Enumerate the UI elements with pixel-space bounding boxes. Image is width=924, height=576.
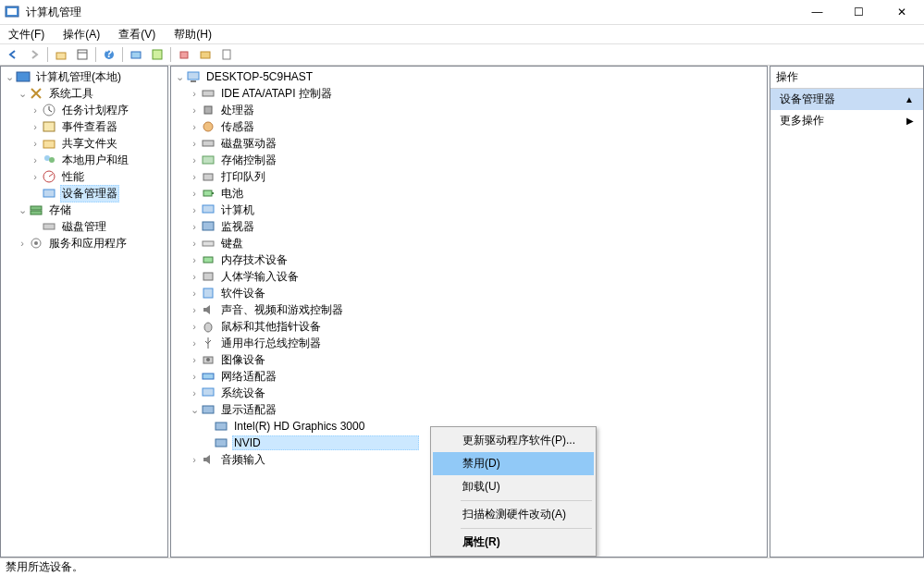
device-host[interactable]: ⌄DESKTOP-5C9HAST (171, 68, 767, 85)
expand-icon[interactable]: › (16, 237, 29, 250)
expand-icon[interactable]: › (188, 337, 201, 349)
tree-device-manager[interactable]: 设备管理器 (1, 185, 167, 202)
device-sound[interactable]: ›声音、视频和游戏控制器 (171, 301, 767, 318)
expand-icon[interactable]: › (29, 153, 42, 166)
device-usb[interactable]: ›通用串行总线控制器 (171, 335, 767, 351)
tree-shared-folders[interactable]: ›共享文件夹 (1, 135, 167, 152)
device-keyboards[interactable]: ›键盘 (171, 235, 767, 251)
uninstall-icon[interactable] (174, 45, 194, 64)
expand-icon[interactable]: › (188, 320, 201, 333)
ctx-uninstall[interactable]: 卸载(U) (433, 475, 594, 498)
expand-icon[interactable]: › (188, 386, 201, 399)
collapse-icon[interactable]: ⌄ (173, 70, 186, 83)
expand-icon[interactable]: › (188, 353, 201, 366)
app-icon (5, 5, 19, 19)
actions-more[interactable]: 更多操作 ▶ (770, 110, 923, 131)
expand-icon[interactable]: › (188, 203, 201, 216)
device-imaging[interactable]: ›图像设备 (171, 351, 767, 368)
device-tree[interactable]: ⌄DESKTOP-5C9HAST ›IDE ATA/ATAPI 控制器 ›处理器… (171, 67, 767, 470)
expand-icon[interactable]: › (188, 287, 201, 300)
ctx-properties[interactable]: 属性(R) (433, 531, 594, 554)
expand-icon[interactable]: › (188, 253, 201, 266)
tree-task-scheduler[interactable]: ›任务计划程序 (1, 102, 167, 118)
expand-icon[interactable]: › (188, 153, 201, 166)
expand-icon[interactable]: › (188, 120, 201, 133)
expand-icon[interactable]: › (188, 453, 201, 466)
tree-disk-management[interactable]: 磁盘管理 (1, 218, 167, 235)
collapse-icon[interactable]: ⌄ (188, 403, 201, 416)
audio-icon (201, 452, 216, 467)
expand-icon[interactable]: › (188, 104, 201, 116)
ctx-separator (461, 528, 592, 529)
update-driver-button[interactable] (147, 45, 167, 64)
expand-icon[interactable]: › (29, 170, 42, 183)
device-display-adapters[interactable]: ⌄显示适配器 (171, 401, 767, 418)
device-mice[interactable]: ›鼠标和其他指针设备 (171, 318, 767, 335)
keyboard-icon (201, 236, 216, 251)
device-hid[interactable]: ›人体学输入设备 (171, 268, 767, 285)
tree-system-tools[interactable]: ⌄系统工具 (1, 85, 167, 102)
tree-root[interactable]: ⌄计算机管理(本地) (1, 68, 167, 85)
pc-icon (201, 202, 216, 217)
close-button[interactable]: ✕ (880, 0, 924, 25)
up-button[interactable] (51, 45, 71, 64)
menu-help[interactable]: 帮助(H) (170, 26, 216, 43)
collapse-icon[interactable]: ⌄ (3, 70, 16, 83)
expand-icon[interactable]: › (29, 104, 42, 116)
device-sensors[interactable]: ›传感器 (171, 118, 767, 135)
expand-icon[interactable]: › (188, 237, 201, 250)
collapse-icon[interactable]: ⌄ (16, 87, 29, 100)
ctx-disable[interactable]: 禁用(D) (433, 452, 594, 475)
help-button[interactable]: ? (99, 45, 119, 64)
minimize-button[interactable]: — (796, 0, 838, 25)
console-tree[interactable]: ⌄计算机管理(本地) ⌄系统工具 ›任务计划程序 ›事件查看器 ›共享文件夹 ›… (1, 67, 167, 253)
expand-icon[interactable]: › (188, 220, 201, 233)
menu-file[interactable]: 文件(F) (5, 26, 48, 43)
expand-icon[interactable]: › (188, 270, 201, 283)
tree-local-users[interactable]: ›本地用户和组 (1, 152, 167, 168)
expand-icon[interactable]: › (188, 87, 201, 100)
device-software[interactable]: ›软件设备 (171, 285, 767, 301)
device-memory[interactable]: ›内存技术设备 (171, 251, 767, 268)
expand-icon[interactable]: › (188, 187, 201, 200)
tree-event-viewer[interactable]: ›事件查看器 (1, 118, 167, 135)
device-disk-drives[interactable]: ›磁盘驱动器 (171, 135, 767, 152)
expand-icon[interactable]: › (188, 137, 201, 150)
view-button[interactable] (72, 45, 92, 64)
maximize-button[interactable]: ☐ (838, 0, 880, 25)
forward-button[interactable] (24, 45, 44, 64)
device-print-queues[interactable]: ›打印队列 (171, 168, 767, 185)
status-bar: 禁用所选设备。 (0, 558, 924, 576)
expand-icon[interactable]: › (188, 170, 201, 183)
properties-icon[interactable] (216, 45, 237, 64)
computer-management-icon (16, 69, 31, 84)
ctx-update-driver[interactable]: 更新驱动程序软件(P)... (433, 429, 594, 452)
device-ide[interactable]: ›IDE ATA/ATAPI 控制器 (171, 85, 767, 102)
menu-action[interactable]: 操作(A) (59, 26, 104, 43)
tree-storage[interactable]: ⌄存储 (1, 202, 167, 218)
expand-icon[interactable]: › (29, 120, 42, 133)
device-network[interactable]: ›网络适配器 (171, 368, 767, 385)
services-icon (29, 236, 43, 251)
actions-pane: 操作 设备管理器 ▲ 更多操作 ▶ (770, 66, 924, 558)
device-storage-ctrl[interactable]: ›存储控制器 (171, 152, 767, 168)
device-system[interactable]: ›系统设备 (171, 385, 767, 401)
tree-performance[interactable]: ›性能 (1, 168, 167, 185)
scan-hardware-button[interactable] (126, 45, 146, 64)
expand-icon[interactable]: › (188, 303, 201, 316)
collapse-icon[interactable]: ⌄ (16, 203, 29, 216)
svg-rect-26 (188, 72, 199, 80)
device-cpu[interactable]: ›处理器 (171, 102, 767, 118)
device-computer[interactable]: ›计算机 (171, 202, 767, 218)
device-monitors[interactable]: ›监视器 (171, 218, 767, 235)
expand-icon[interactable]: › (29, 137, 42, 150)
ctx-scan-hardware[interactable]: 扫描检测硬件改动(A) (433, 503, 594, 526)
tree-services-apps[interactable]: ›服务和应用程序 (1, 235, 167, 251)
mouse-icon (201, 319, 216, 334)
actions-device-manager[interactable]: 设备管理器 ▲ (770, 89, 923, 110)
back-button[interactable] (3, 45, 23, 64)
disable-icon[interactable] (195, 45, 216, 64)
menu-view[interactable]: 查看(V) (115, 26, 159, 43)
device-battery[interactable]: ›电池 (171, 185, 767, 202)
expand-icon[interactable]: › (188, 370, 201, 383)
